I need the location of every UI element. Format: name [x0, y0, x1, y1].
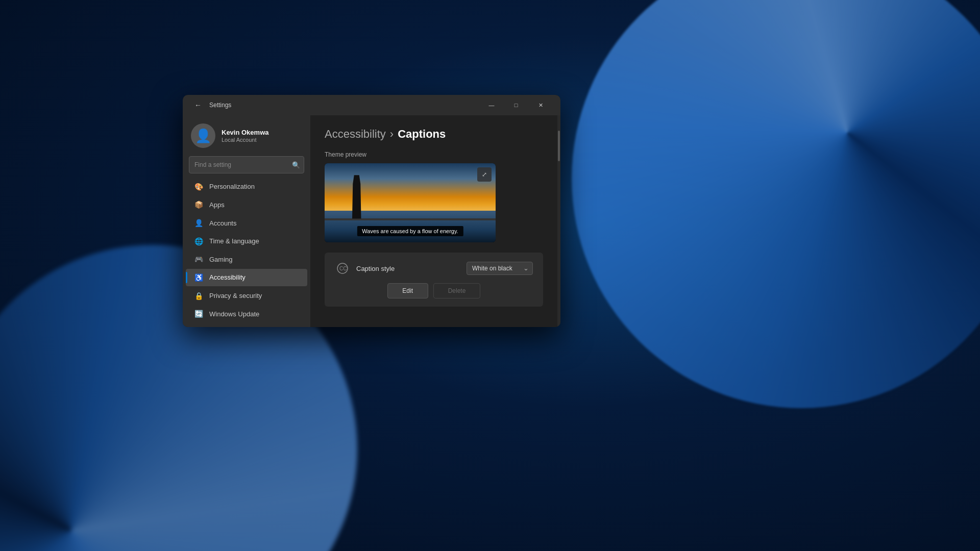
- user-profile[interactable]: 👤 Kevin Okemwa Local Account: [183, 115, 310, 154]
- breadcrumb-current: Captions: [398, 128, 446, 141]
- theme-preview-container: Waves are caused by a flow of energy. ⤢: [325, 163, 496, 242]
- breadcrumb-parent[interactable]: Accessibility: [325, 128, 386, 141]
- scrollbar-track: [557, 115, 560, 327]
- user-name: Kevin Okemwa: [222, 129, 302, 136]
- caption-action-buttons: Edit Delete: [335, 283, 533, 298]
- personalization-icon: 🎨: [194, 182, 203, 191]
- sidebar-item-label: Privacy & security: [209, 292, 262, 299]
- caption-style-card: CC Caption style White on black Yellow o…: [325, 253, 543, 307]
- sidebar-item-label: Accessibility: [209, 273, 246, 281]
- sidebar-item-label: Windows Update: [209, 310, 259, 318]
- accounts-icon: 👤: [194, 218, 203, 228]
- avatar-icon: 👤: [195, 129, 211, 142]
- gaming-icon: 🎮: [194, 255, 203, 264]
- sidebar-item-label: Accounts: [209, 219, 236, 227]
- title-bar-controls: — □ ✕: [480, 97, 552, 113]
- window-body: 👤 Kevin Okemwa Local Account 🔍 🎨 Persona…: [183, 115, 560, 327]
- user-info: Kevin Okemwa Local Account: [222, 129, 302, 143]
- search-input[interactable]: [189, 156, 304, 173]
- preview-scene: Waves are caused by a flow of energy.: [325, 163, 496, 242]
- sidebar-item-accessibility[interactable]: ♿ Accessibility: [186, 269, 307, 286]
- avatar: 👤: [191, 123, 215, 148]
- caption-style-dropdown-wrapper: White on black Yellow on black Small cap…: [467, 262, 533, 275]
- delete-button: Delete: [433, 283, 481, 298]
- time-language-icon: 🌐: [194, 237, 203, 246]
- preview-caption-text: Waves are caused by a flow of energy.: [357, 226, 463, 236]
- sidebar-item-gaming[interactable]: 🎮 Gaming: [186, 251, 307, 268]
- scrollbar-thumb[interactable]: [558, 131, 560, 161]
- maximize-button[interactable]: □: [504, 97, 528, 113]
- preview-expand-button[interactable]: ⤢: [477, 167, 492, 182]
- user-account-type: Local Account: [222, 137, 302, 143]
- breadcrumb-separator: ›: [390, 128, 394, 141]
- sidebar: 👤 Kevin Okemwa Local Account 🔍 🎨 Persona…: [183, 115, 310, 327]
- settings-window: ← Settings — □ ✕ 👤 Kevin Okemwa: [183, 95, 560, 327]
- sidebar-item-accounts[interactable]: 👤 Accounts: [186, 214, 307, 232]
- search-box: 🔍: [189, 156, 304, 173]
- sidebar-item-label: Apps: [209, 201, 225, 209]
- preview-deck: [325, 218, 496, 220]
- sidebar-item-label: Time & language: [209, 237, 259, 245]
- sidebar-item-apps[interactable]: 📦 Apps: [186, 196, 307, 214]
- apps-icon: 📦: [194, 200, 203, 209]
- expand-icon: ⤢: [482, 171, 487, 178]
- sidebar-item-time-language[interactable]: 🌐 Time & language: [186, 233, 307, 250]
- window-title: Settings: [209, 102, 480, 109]
- title-bar-back-button[interactable]: ←: [191, 98, 205, 112]
- accessibility-icon: ♿: [194, 273, 203, 282]
- title-bar: ← Settings — □ ✕: [183, 95, 560, 115]
- preview-sky: [325, 163, 496, 215]
- privacy-security-icon: 🔒: [194, 291, 203, 300]
- close-button[interactable]: ✕: [529, 97, 552, 113]
- sidebar-item-personalization[interactable]: 🎨 Personalization: [186, 178, 307, 195]
- windows-update-icon: 🔄: [194, 309, 203, 318]
- sidebar-item-windows-update[interactable]: 🔄 Windows Update: [186, 305, 307, 322]
- sidebar-item-privacy-security[interactable]: 🔒 Privacy & security: [186, 287, 307, 305]
- caption-style-icon: CC: [335, 261, 350, 276]
- caption-style-label: Caption style: [356, 265, 467, 272]
- main-content: Accessibility › Captions Theme preview W…: [310, 115, 557, 327]
- caption-style-row: CC Caption style White on black Yellow o…: [335, 261, 533, 276]
- minimize-button[interactable]: —: [480, 97, 503, 113]
- theme-preview-label: Theme preview: [325, 151, 543, 158]
- edit-button[interactable]: Edit: [387, 283, 428, 298]
- svg-text:CC: CC: [339, 266, 347, 271]
- sidebar-item-label: Personalization: [209, 183, 255, 190]
- sidebar-item-label: Gaming: [209, 256, 233, 263]
- page-header: Accessibility › Captions: [325, 128, 543, 141]
- caption-style-dropdown[interactable]: White on black Yellow on black Small cap…: [467, 262, 533, 275]
